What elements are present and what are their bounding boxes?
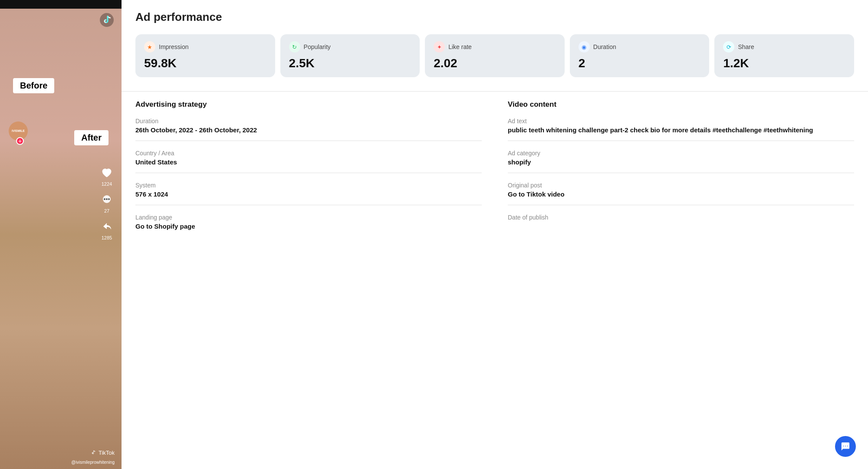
video-preview-panel: Before IVISMILE + After 1224 [0, 0, 122, 469]
metric-label-4: Share [738, 43, 754, 50]
date-publish-label: Date of publish [508, 214, 854, 221]
metrics-row: ★Impression59.8K↻Popularity2.5K✦Like rat… [135, 34, 854, 77]
svg-point-3 [106, 198, 108, 200]
metric-card-impression: ★Impression59.8K [135, 34, 275, 77]
after-label: After [74, 130, 108, 145]
date-publish-field: Date of publish [508, 214, 854, 230]
svg-point-4 [108, 198, 110, 200]
svg-point-0 [100, 13, 114, 27]
svg-rect-5 [843, 446, 844, 446]
share-action[interactable]: 1285 [99, 219, 115, 240]
original-post-value[interactable]: Go to Tiktok video [508, 190, 854, 198]
advertising-strategy-title: Advertising strategy [135, 100, 482, 109]
details-grid: Advertising strategy Duration 26th Octob… [135, 100, 854, 246]
metric-card-popularity: ↻Popularity2.5K [280, 34, 420, 77]
metric-icon-4: ⟳ [723, 41, 734, 52]
system-field: System 576 x 1024 [135, 182, 482, 205]
ad-text-field: Ad text public teeth whitening challenge… [508, 118, 854, 141]
tiktok-logo-icon [100, 13, 114, 27]
page-title: Ad performance [135, 10, 854, 24]
metric-value-3: 2 [579, 57, 701, 70]
comment-action[interactable]: 27 [99, 192, 115, 213]
metric-value-0: 59.8K [144, 57, 266, 70]
before-label: Before [13, 78, 54, 93]
ad-category-field: Ad category shopify [508, 150, 854, 173]
metric-value-2: 2.02 [434, 57, 556, 70]
ad-category-value: shopify [508, 158, 854, 166]
video-actions: 1224 27 1 [99, 165, 115, 240]
svg-rect-7 [847, 446, 848, 446]
video-background: Before IVISMILE + After 1224 [0, 0, 122, 469]
landing-page-field: Landing page Go to Shopify page [135, 214, 482, 237]
metric-icon-0: ★ [144, 41, 155, 52]
metric-value-4: 1.2K [723, 57, 845, 70]
share-count: 1285 [102, 235, 112, 240]
username-watermark: @ivismileprowhitening [71, 460, 115, 465]
comment-count: 27 [104, 208, 109, 213]
metric-icon-2: ✦ [434, 41, 445, 52]
ad-performance-panel: Ad performance ★Impression59.8K↻Populari… [122, 0, 868, 469]
duration-value: 26th October, 2022 - 26th October, 2022 [135, 126, 482, 134]
tiktok-watermark: TikTok [90, 449, 115, 456]
metric-card-duration: ◉Duration2 [570, 34, 710, 77]
video-content-section: Video content Ad text public teeth white… [508, 100, 854, 246]
system-label: System [135, 182, 482, 189]
duration-label: Duration [135, 118, 482, 125]
system-value: 576 x 1024 [135, 190, 482, 198]
metric-icon-1: ↻ [289, 41, 300, 52]
original-post-label: Original post [508, 182, 854, 189]
metric-value-1: 2.5K [289, 57, 411, 70]
svg-point-2 [104, 198, 105, 200]
landing-page-value[interactable]: Go to Shopify page [135, 223, 482, 230]
svg-rect-6 [845, 446, 846, 446]
ad-category-label: Ad category [508, 150, 854, 157]
metric-label-3: Duration [593, 43, 616, 50]
metric-icon-3: ◉ [579, 41, 590, 52]
like-action[interactable]: 1224 [99, 165, 115, 187]
landing-page-label: Landing page [135, 214, 482, 221]
country-field: Country / Area United States [135, 150, 482, 173]
metric-card-share: ⟳Share1.2K [714, 34, 854, 77]
top-bar [0, 0, 122, 9]
section-divider [122, 91, 868, 92]
advertising-strategy-section: Advertising strategy Duration 26th Octob… [135, 100, 482, 246]
metric-card-like-rate: ✦Like rate2.02 [425, 34, 565, 77]
duration-field: Duration 26th October, 2022 - 26th Octob… [135, 118, 482, 141]
metric-label-1: Popularity [304, 43, 331, 50]
chat-bubble-button[interactable] [835, 436, 856, 457]
ad-text-label: Ad text [508, 118, 854, 125]
metric-label-0: Impression [159, 43, 188, 50]
video-content-title: Video content [508, 100, 854, 109]
follow-plus-badge[interactable]: + [16, 137, 24, 145]
ad-text-value: public teeth whitening challenge part-2 … [508, 126, 854, 134]
country-value: United States [135, 158, 482, 166]
metric-label-2: Like rate [448, 43, 472, 50]
country-label: Country / Area [135, 150, 482, 157]
original-post-field: Original post Go to Tiktok video [508, 182, 854, 205]
like-count: 1224 [102, 181, 112, 187]
